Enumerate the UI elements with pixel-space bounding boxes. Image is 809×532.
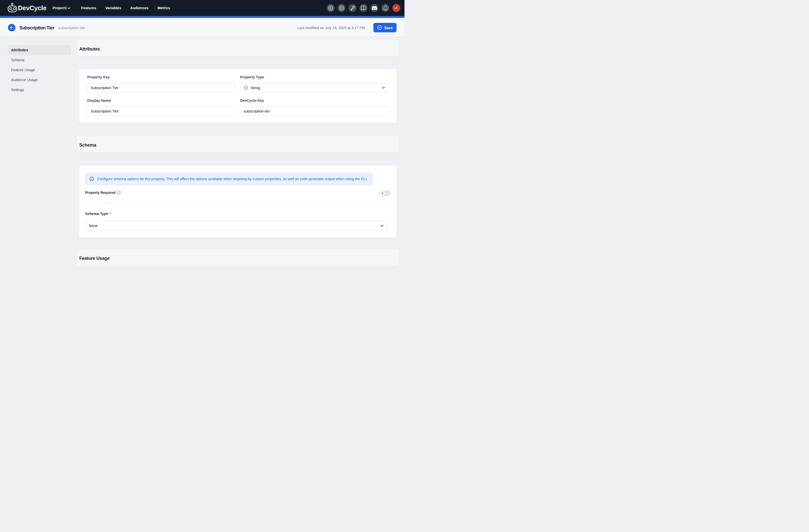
svg-text:i: i bbox=[118, 191, 119, 194]
svg-text:i: i bbox=[91, 177, 92, 181]
svg-text:S: S bbox=[245, 87, 247, 89]
